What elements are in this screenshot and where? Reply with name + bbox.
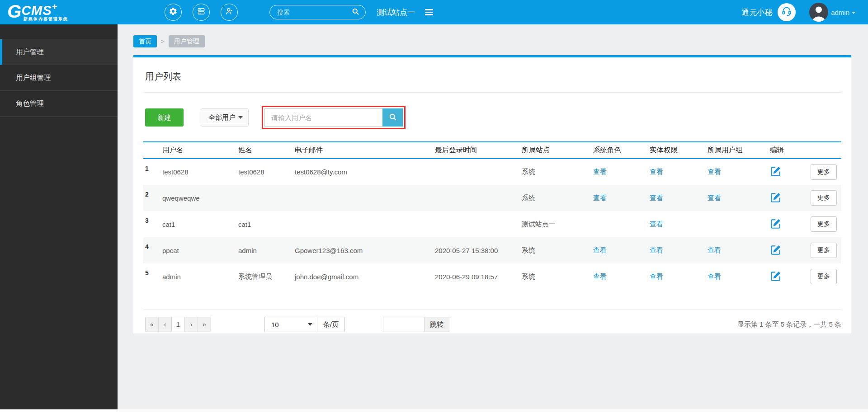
page-number-button[interactable]: 1 bbox=[171, 317, 185, 332]
edit-icon bbox=[770, 165, 782, 178]
col-site: 所属站点 bbox=[520, 142, 591, 159]
cell-site: 系统 bbox=[520, 159, 591, 185]
sidebar-item-user-management[interactable]: 用户管理 bbox=[0, 39, 118, 65]
edit-button[interactable] bbox=[770, 192, 782, 205]
logo-tagline: 新媒体内容管理系统 bbox=[24, 16, 68, 22]
username-menu[interactable]: admin bbox=[831, 9, 855, 16]
page-jump-button[interactable]: 跳转 bbox=[424, 317, 449, 332]
col-user-groups: 所属用户组 bbox=[706, 142, 768, 159]
new-user-button[interactable]: 新建 bbox=[145, 108, 184, 127]
username-search-input[interactable] bbox=[264, 108, 382, 127]
headset-icon bbox=[781, 6, 792, 19]
global-search-input[interactable] bbox=[277, 9, 351, 16]
page-size-value: 10 bbox=[271, 321, 279, 329]
search-icon[interactable] bbox=[351, 7, 360, 18]
username-search-button[interactable] bbox=[382, 108, 403, 127]
view-roles-link[interactable]: 查看 bbox=[593, 194, 607, 202]
server-icon bbox=[197, 7, 206, 18]
cell-last-login bbox=[433, 159, 520, 185]
row-index: 4 bbox=[143, 237, 160, 263]
cell-site: 系统 bbox=[520, 263, 591, 290]
edit-icon bbox=[770, 270, 782, 283]
cell-username: admin bbox=[160, 263, 236, 290]
settings-button[interactable] bbox=[165, 4, 182, 21]
modules-button[interactable] bbox=[193, 4, 210, 21]
cell-site: 系统 bbox=[520, 237, 591, 263]
user-icon bbox=[225, 7, 234, 18]
hamburger-icon bbox=[425, 8, 433, 17]
sidebar-item-user-group-management[interactable]: 用户组管理 bbox=[0, 65, 118, 91]
page-title: 用户列表 bbox=[143, 57, 841, 93]
assistant-label: 通元小秘 bbox=[741, 7, 772, 18]
view-perms-link[interactable]: 查看 bbox=[650, 272, 663, 280]
more-button[interactable]: 更多 bbox=[811, 190, 837, 206]
cell-name: 系统管理员 bbox=[236, 263, 293, 290]
cell-last-login: 2020-05-27 15:38:00 bbox=[433, 237, 520, 263]
breadcrumb-separator: > bbox=[161, 38, 165, 45]
page-jump-input[interactable] bbox=[383, 317, 425, 332]
view-groups-link[interactable]: 查看 bbox=[708, 246, 721, 254]
col-username: 用户名 bbox=[160, 142, 236, 159]
user-filter-dropdown[interactable]: 全部用户 bbox=[201, 108, 249, 127]
header-right-group: 通元小秘 admin bbox=[741, 3, 868, 22]
records-summary: 显示第 1 条至 5 条记录，一共 5 条 bbox=[737, 320, 841, 329]
view-perms-link[interactable]: 查看 bbox=[650, 220, 663, 228]
logo-g: G bbox=[7, 0, 21, 23]
col-name: 姓名 bbox=[236, 142, 293, 159]
view-perms-link[interactable]: 查看 bbox=[650, 168, 663, 175]
sidebar-spacer bbox=[0, 24, 118, 39]
more-button[interactable]: 更多 bbox=[811, 164, 837, 180]
view-roles-link[interactable]: 查看 bbox=[593, 246, 607, 254]
search-icon bbox=[388, 113, 397, 123]
cell-username: cat1 bbox=[160, 211, 236, 237]
page-first-button[interactable]: « bbox=[145, 317, 159, 332]
edit-icon bbox=[770, 244, 782, 257]
view-roles-link[interactable]: 查看 bbox=[593, 168, 607, 175]
row-index: 2 bbox=[143, 185, 160, 211]
col-email: 电子邮件 bbox=[293, 142, 433, 159]
view-perms-link[interactable]: 查看 bbox=[650, 246, 663, 254]
user-table: 用户名 姓名 电子邮件 最后登录时间 所属站点 系统角色 实体权限 所属用户组 … bbox=[143, 141, 841, 290]
cell-username: test0628 bbox=[160, 159, 236, 185]
cell-name: cat1 bbox=[236, 211, 293, 237]
cell-email: test0628@ty.com bbox=[293, 159, 433, 185]
cell-name: test0628 bbox=[236, 159, 293, 185]
edit-button[interactable] bbox=[770, 270, 782, 283]
avatar[interactable] bbox=[809, 3, 828, 22]
user-admin-button[interactable] bbox=[221, 4, 238, 21]
cell-last-login bbox=[433, 185, 520, 211]
more-button[interactable]: 更多 bbox=[811, 269, 837, 284]
main-content: 首页 > 用户管理 用户列表 新建 全部用户 bbox=[118, 24, 868, 409]
view-roles-link[interactable]: 查看 bbox=[593, 272, 607, 280]
global-search-box bbox=[269, 5, 366, 19]
sidebar: 用户管理 用户组管理 角色管理 bbox=[0, 24, 118, 409]
breadcrumb-home[interactable]: 首页 bbox=[133, 35, 157, 47]
per-page-label: 条/页 bbox=[317, 317, 345, 332]
page-next-button[interactable]: › bbox=[184, 317, 198, 332]
edit-button[interactable] bbox=[770, 244, 782, 257]
view-perms-link[interactable]: 查看 bbox=[650, 194, 663, 202]
page-prev-button[interactable]: ‹ bbox=[158, 317, 172, 332]
cell-email bbox=[293, 185, 433, 211]
table-row: 4 ppcat admin Gpower123@163.com 2020-05-… bbox=[143, 237, 841, 263]
breadcrumb: 首页 > 用户管理 bbox=[133, 35, 851, 47]
cell-name bbox=[236, 185, 293, 211]
sidebar-item-role-management[interactable]: 角色管理 bbox=[0, 91, 118, 117]
edit-button[interactable] bbox=[770, 218, 782, 231]
page-last-button[interactable]: » bbox=[198, 317, 211, 332]
cell-site: 系统 bbox=[520, 185, 591, 211]
cell-last-login: 2020-06-29 09:18:57 bbox=[433, 263, 520, 290]
table-row: 1 test0628 test0628 test0628@ty.com 系统 查… bbox=[143, 159, 841, 185]
edit-icon bbox=[770, 218, 782, 231]
view-groups-link[interactable]: 查看 bbox=[708, 194, 721, 202]
more-button[interactable]: 更多 bbox=[811, 243, 837, 258]
more-button[interactable]: 更多 bbox=[811, 216, 837, 232]
col-edit: 编辑 bbox=[768, 142, 841, 159]
view-groups-link[interactable]: 查看 bbox=[708, 168, 721, 175]
edit-button[interactable] bbox=[770, 165, 782, 178]
support-button[interactable] bbox=[778, 3, 796, 21]
site-switcher[interactable]: 测试站点一 bbox=[377, 7, 433, 18]
page-size-select[interactable]: 10 bbox=[264, 317, 317, 332]
view-groups-link[interactable]: 查看 bbox=[708, 272, 721, 280]
table-row: 2 qweqweqwe 系统 查看 查看 查看 更多 bbox=[143, 185, 841, 211]
